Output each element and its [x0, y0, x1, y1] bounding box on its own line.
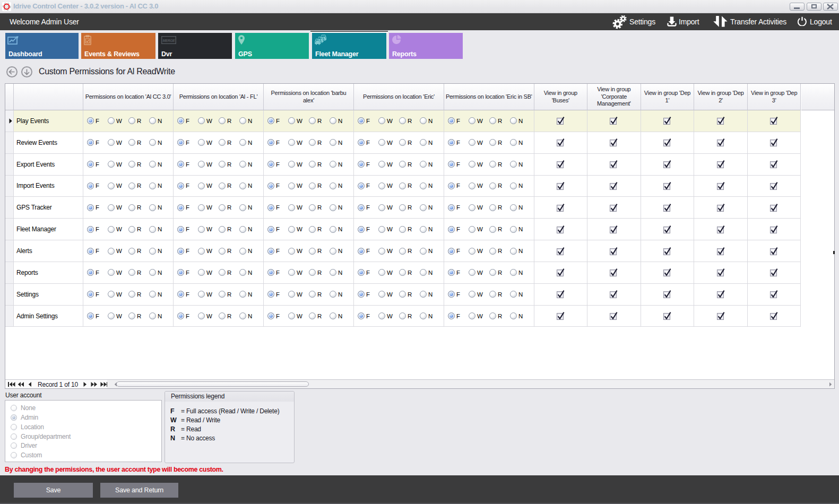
svg-text:MERGE: MERGE: [163, 39, 176, 42]
